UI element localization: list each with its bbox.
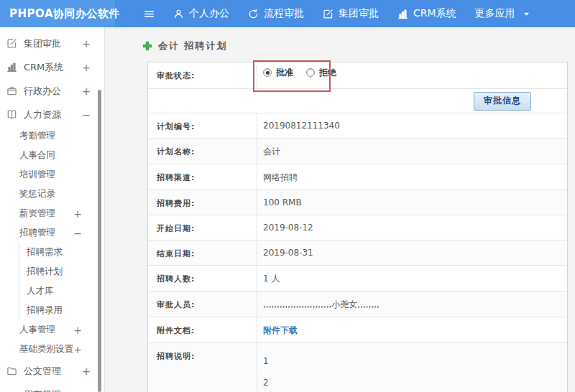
expand-icon: +: [73, 345, 82, 355]
table-row: 审批人员:,,,,,,,,,,,,,,,,,,,,,,,,,小尧女,,,,,,,…: [148, 291, 567, 317]
field-label: 审批人员:: [148, 291, 257, 317]
table-row: 招聘说明:12: [148, 343, 567, 392]
expand-icon: +: [82, 366, 91, 376]
sidebar-item-label: 招聘需求: [27, 246, 63, 258]
field-value: 20190812111340: [257, 113, 567, 138]
approval-status-row: 审批状态: 批准拒绝: [148, 62, 567, 89]
sidebar-item-label: CRM系统: [24, 61, 63, 74]
nav-item-2[interactable]: 集团审批: [323, 7, 379, 20]
table-row: 结束日期:2019-08-31: [148, 241, 567, 266]
sidebar-item-label: 人事合同: [19, 149, 55, 162]
field-value: 100 RMB: [257, 190, 567, 215]
radio-checked-icon[interactable]: [263, 68, 272, 77]
radio-option-label: 拒绝: [319, 67, 336, 79]
approval-info-button[interactable]: 审批信息: [474, 92, 531, 111]
nav-item-1[interactable]: 流程审批: [248, 7, 304, 20]
sidebar-item-15[interactable]: 基础类别设置+: [0, 340, 104, 359]
field-value: ,,,,,,,,,,,,,,,,,,,,,,,,,小尧女,,,,,,,,: [257, 291, 567, 317]
field-value: 附件下载: [257, 317, 567, 342]
sidebar-item-label: 公文管理: [24, 365, 61, 378]
sidebar-item-4[interactable]: 考勤管理: [0, 126, 104, 146]
app-logo[interactable]: PHPOA协同办公软件: [0, 0, 115, 27]
sidebar-item-7[interactable]: 奖惩记录: [0, 185, 104, 204]
sidebar-item-8[interactable]: 薪资管理+: [0, 204, 104, 223]
sidebar-item-label: 人才库: [27, 285, 54, 297]
sidebar-item-2[interactable]: 行政办公+: [0, 79, 104, 103]
sidebar-item-5[interactable]: 人事合同: [0, 146, 104, 165]
sidebar-item-1[interactable]: CRM系统+: [0, 55, 104, 79]
nav-item-3[interactable]: CRM系统: [397, 7, 456, 20]
sidebar-item-6[interactable]: 培训管理: [0, 165, 104, 185]
history-icon: [248, 9, 259, 19]
car-icon: [6, 389, 18, 392]
caret-down-icon: [523, 11, 530, 17]
field-value: 2019-08-12: [257, 215, 567, 240]
expand-icon: +: [82, 39, 91, 49]
sidebar-item-17[interactable]: 用车管理+: [0, 383, 104, 392]
field-label: 招聘渠道:: [148, 164, 257, 190]
sidebar-item-9[interactable]: 招聘管理−: [0, 223, 104, 243]
sidebar-item-label: 培训管理: [19, 169, 55, 181]
attachment-download-link[interactable]: 附件下载: [263, 325, 298, 335]
field-value: 12: [257, 343, 567, 392]
sidebar-item-label: 人力资源: [24, 108, 61, 121]
approval-radio-group: 批准拒绝: [257, 62, 567, 88]
menu-icon[interactable]: [144, 9, 155, 19]
field-label: 结束日期:: [148, 241, 257, 265]
sidebar: 集团审批+CRM系统+行政办公+人力资源−考勤管理人事合同培训管理奖惩记录薪资管…: [0, 27, 105, 392]
sidebar-item-11[interactable]: 招聘计划: [19, 262, 104, 281]
add-icon[interactable]: [142, 41, 152, 51]
field-label: 附件文档:: [148, 317, 257, 342]
field-label: 开始日期:: [148, 215, 257, 240]
detail-table: 审批状态: 批准拒绝 审批信息 计划编号:20190812111340计划名称:…: [147, 62, 568, 392]
table-row: 计划编号:20190812111340: [148, 113, 567, 139]
nav-item-4[interactable]: 更多应用: [475, 7, 530, 20]
sidebar-item-label: 招聘录用: [27, 304, 63, 317]
table-row: 招聘人数:1 人: [148, 266, 567, 291]
radio-unchecked-icon[interactable]: [306, 68, 315, 77]
expand-icon: +: [82, 86, 91, 96]
book-icon: [6, 109, 18, 120]
sidebar-item-12[interactable]: 人才库: [19, 281, 104, 301]
table-row: 附件文档:附件下载: [148, 317, 567, 343]
sidebar-item-label: 奖惩记录: [19, 188, 55, 200]
main-content: 会计 招聘计划 审批状态: 批准拒绝 审批信息 计划编号:20190812111…: [105, 27, 575, 392]
sidebar-item-label: 招聘计划: [27, 266, 63, 278]
folder-icon: [6, 365, 18, 376]
radio-option-0[interactable]: 批准: [263, 67, 293, 79]
sidebar-item-label: 用车管理: [24, 388, 61, 392]
edit-icon: [6, 38, 18, 49]
nav-item-label: CRM系统: [413, 7, 456, 20]
user-icon: [173, 9, 184, 19]
bar-chart-icon: [397, 9, 408, 19]
sidebar-item-label: 考勤管理: [19, 130, 55, 142]
nav-item-0[interactable]: 个人办公: [173, 7, 229, 20]
sidebar-item-16[interactable]: 公文管理+: [0, 359, 104, 383]
field-label: 审批状态:: [148, 62, 257, 88]
sidebar-item-3[interactable]: 人力资源−: [0, 103, 104, 126]
sidebar-item-label: 薪资管理: [19, 207, 55, 220]
detail-rows: 计划编号:20190812111340计划名称:会计招聘渠道:网络招聘招聘费用:…: [148, 113, 567, 392]
field-value-line: 1: [263, 350, 560, 372]
sidebar-item-13[interactable]: 招聘录用: [19, 301, 104, 320]
sidebar-item-0[interactable]: 集团审批+: [0, 32, 104, 55]
approval-button-row: 审批信息: [148, 89, 567, 113]
collapse-icon: −: [73, 228, 82, 238]
body-row: 集团审批+CRM系统+行政办公+人力资源−考勤管理人事合同培训管理奖惩记录薪资管…: [0, 27, 575, 392]
field-label: 招聘费用:: [148, 190, 257, 215]
edit-icon: [323, 9, 334, 19]
field-value: 1 人: [257, 266, 567, 291]
sidebar-item-10[interactable]: 招聘需求: [19, 243, 104, 262]
sidebar-scrollbar-thumb[interactable]: [98, 90, 101, 392]
sidebar-item-label: 集团审批: [24, 37, 61, 50]
expand-icon: +: [73, 209, 82, 219]
field-value: 会计: [257, 139, 567, 164]
radio-option-1[interactable]: 拒绝: [306, 67, 336, 79]
field-value: 网络招聘: [257, 164, 567, 190]
table-row: 招聘费用:100 RMB: [148, 190, 567, 215]
sidebar-item-14[interactable]: 人事管理+: [0, 320, 104, 340]
field-label: 招聘人数:: [148, 266, 257, 291]
expand-icon: +: [82, 62, 91, 73]
field-label: 计划名称:: [148, 139, 257, 164]
table-row: 开始日期:2019-08-12: [148, 215, 567, 241]
